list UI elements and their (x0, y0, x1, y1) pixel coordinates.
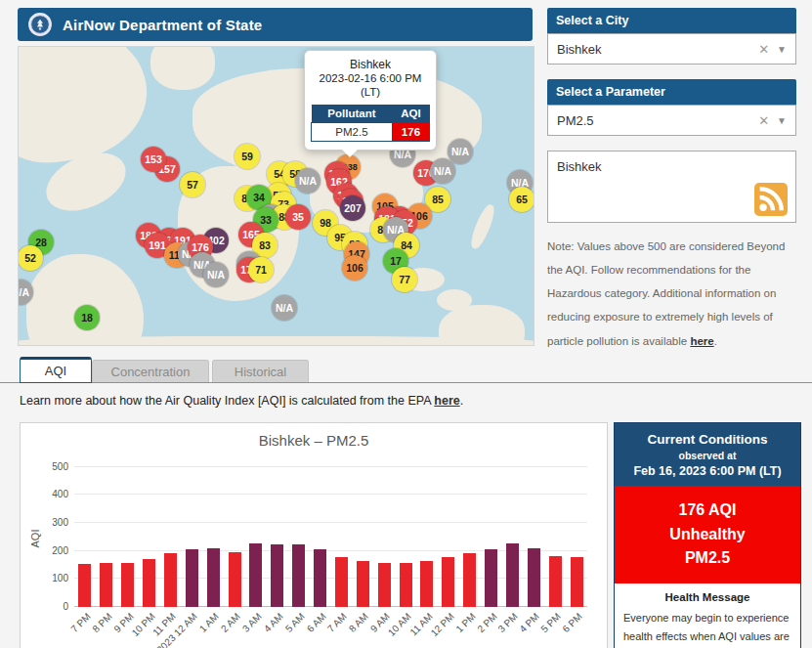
chart-bar (549, 556, 562, 607)
observed-datetime: Feb 16, 2023 6:00 PM (LT) (620, 464, 794, 478)
chart-bar (271, 544, 283, 606)
health-message-title: Health Message (623, 591, 791, 603)
y-tick-label: 100 (43, 573, 68, 583)
y-tick-label: 500 (43, 461, 68, 472)
aqi-marker[interactable]: N/A (203, 262, 229, 287)
chart-bar (121, 563, 134, 607)
landmass-north-america (18, 46, 155, 171)
aqi-marker[interactable]: 77 (392, 267, 417, 292)
note-here-link[interactable]: here (690, 335, 713, 347)
current-aqi-value: 176 AQI (620, 498, 794, 523)
map-column: AirNow Department of State 2852N/A181571… (18, 8, 533, 353)
aqi-marker[interactable]: 71 (248, 257, 274, 282)
chart-bar (357, 561, 369, 606)
tooltip-pollutant-value: PM2.5 (312, 122, 393, 141)
landmass-antarctica (18, 336, 534, 346)
tooltip-aqi-value: 176 (392, 122, 429, 141)
tooltip-table: Pollutant AQI PM2.5 176 (311, 105, 430, 142)
tab-bar: AQI Concentration Historical (0, 359, 812, 383)
app-header: AirNow Department of State (18, 8, 533, 41)
chart-bar (335, 557, 348, 607)
rss-icon[interactable] (754, 183, 788, 216)
page-title: AirNow Department of State (63, 17, 262, 33)
tooltip-col-pollutant: Pollutant (312, 105, 393, 123)
tab-concentration[interactable]: Concentration (92, 360, 209, 382)
city-select-header: Select a City (547, 8, 796, 33)
chart-bar (571, 557, 583, 606)
chart-bar (249, 543, 262, 607)
aqi-marker[interactable]: 52 (18, 245, 43, 271)
chart-bar (506, 543, 519, 607)
aqi-marker[interactable]: N/A (448, 139, 473, 164)
landmass-japan (468, 202, 498, 251)
city-select[interactable]: Bishkek ✕ ▼ (547, 33, 796, 65)
aqi-marker[interactable]: N/A (272, 295, 297, 321)
gridline (74, 522, 587, 523)
note-period: . (714, 335, 717, 347)
aqi-marker[interactable]: 207 (340, 195, 365, 221)
tooltip-datetime: 2023-02-16 6:00 PM (311, 71, 430, 85)
health-message-text: Everyone may begin to experience health … (623, 609, 791, 648)
caret-down-icon[interactable]: ▼ (777, 44, 787, 55)
chart-title: Bishkek – PM2.5 (21, 432, 607, 449)
aqi-marker[interactable]: 65 (509, 187, 534, 212)
chart-bar (528, 548, 540, 606)
chart-bar (207, 548, 220, 607)
parameter-select-header: Select a Parameter (547, 79, 796, 105)
gridline (74, 466, 587, 467)
chart-bar (314, 549, 326, 607)
tab-historical[interactable]: Historical (212, 360, 309, 382)
bottom-section: Bishkek – PM2.5 AQI 01002003004005007 PM… (0, 408, 812, 648)
aqi-marker[interactable]: 35 (285, 204, 311, 230)
y-tick-label: 0 (43, 601, 68, 612)
landmass-greenland (150, 46, 215, 90)
aqi-marker[interactable]: 59 (235, 144, 260, 169)
y-tick-label: 400 (43, 489, 68, 499)
parameter-select[interactable]: PM2.5 ✕ ▼ (547, 105, 796, 136)
current-conditions-title: Current Conditions (620, 432, 794, 447)
tooltip-col-aqi: AQI (392, 105, 429, 123)
world-map[interactable]: 2852N/A1815715359575458N/A52863473N/A883… (18, 46, 534, 346)
landmass-south-america (26, 254, 144, 346)
parameter-select-widget: Select a Parameter PM2.5 ✕ ▼ (547, 79, 796, 136)
learn-more-text: Learn more about how the Air Quality Ind… (20, 394, 434, 408)
aqi-marker[interactable]: 57 (180, 172, 205, 197)
current-conditions-panel: Current Conditions observed at Feb 16, 2… (614, 422, 801, 648)
chart-bar (420, 561, 433, 607)
chart-bar (78, 564, 91, 606)
city-select-value: Bishkek (557, 42, 750, 57)
aqi-marker[interactable]: 153 (141, 147, 166, 172)
chart-bar (378, 563, 391, 606)
learn-more-period: . (460, 394, 463, 408)
beyond-aqi-note: Note: Values above 500 are considered Be… (547, 235, 796, 353)
y-tick-label: 200 (43, 545, 68, 556)
chart-bar (164, 553, 177, 606)
learn-more-line: Learn more about how the Air Quality Ind… (0, 383, 812, 408)
aqi-marker[interactable]: N/A (430, 158, 455, 184)
rss-city-box: Bishkek (547, 151, 796, 223)
rss-city-label: Bishkek (557, 159, 602, 174)
tab-aqi[interactable]: AQI (20, 357, 92, 383)
chart-plot: 01002003004005007 PM8 PM9 PM10 PM11 PMFe… (74, 467, 587, 607)
chart-bar (292, 544, 305, 606)
y-tick-label: 300 (43, 517, 68, 528)
aqi-marker[interactable]: 106 (342, 255, 367, 281)
chart-bar (400, 563, 412, 607)
chart-bar (463, 553, 476, 607)
tooltip-timezone: (LT) (311, 85, 430, 99)
aqi-marker[interactable]: 18 (74, 305, 100, 330)
clear-icon[interactable]: ✕ (750, 113, 777, 128)
chart-bar (186, 549, 198, 606)
chart-bar (100, 563, 112, 606)
chart-bar (485, 549, 497, 607)
parameter-select-value: PM2.5 (557, 113, 750, 128)
chart-y-axis-label: AQI (29, 529, 41, 547)
chart-bar (143, 559, 155, 607)
city-select-widget: Select a City Bishkek ✕ ▼ (547, 8, 796, 65)
learn-more-here-link[interactable]: here (434, 394, 459, 408)
clear-icon[interactable]: ✕ (750, 42, 777, 57)
observed-at-label: observed at (620, 450, 794, 461)
caret-down-icon[interactable]: ▼ (777, 115, 787, 126)
aqi-marker[interactable]: N/A (295, 168, 321, 194)
note-text: Note: Values above 500 are considered Be… (547, 240, 785, 347)
